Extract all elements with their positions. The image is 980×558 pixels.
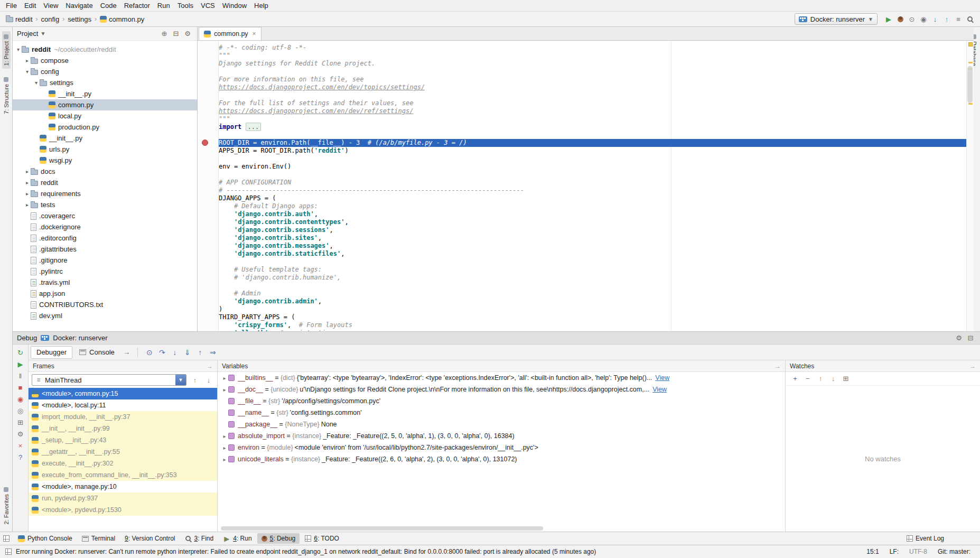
toolwindow-button-6-todo[interactable]: 6: TODO — [301, 533, 343, 544]
tree-item-common-py[interactable]: common.py — [13, 99, 197, 110]
frame-row[interactable]: <module>, manage.py:10 — [29, 481, 217, 492]
debug-button[interactable] — [894, 13, 906, 25]
tree-item-init-py[interactable]: __init__.py — [13, 133, 197, 144]
run-configuration-select[interactable]: Docker: runserver ▼ — [795, 13, 878, 25]
tree-item-init-py[interactable]: __init__.py — [13, 88, 197, 99]
profiler-button[interactable]: ◉ — [918, 15, 929, 23]
tree-item-travis-yml[interactable]: .travis.yml — [13, 277, 197, 288]
menu-item-edit[interactable]: Edit — [21, 1, 40, 11]
tree-item-settings[interactable]: ▾settings — [13, 77, 197, 88]
expand-arrow-icon[interactable]: ▸ — [221, 457, 228, 462]
commit-changes-button[interactable]: ↑ — [941, 13, 953, 25]
duplicate-watch-button[interactable]: ⊞ — [841, 375, 851, 383]
debug-tab-console[interactable]: Console — [73, 346, 120, 359]
tree-item-contributors-txt[interactable]: CONTRIBUTORS.txt — [13, 299, 197, 310]
debug-tab-debugger[interactable]: Debugger — [31, 346, 72, 359]
line-separator[interactable]: LF: — [890, 548, 899, 555]
frame-row[interactable]: execute, __init__.py:302 — [29, 458, 217, 469]
frame-row[interactable]: import_module, __init__.py:37 — [29, 411, 217, 423]
tree-item-production-py[interactable]: production.py — [13, 122, 197, 133]
step-out-button[interactable]: ↑ — [194, 348, 207, 357]
settings-button[interactable]: ⚙ — [182, 30, 193, 38]
help-button[interactable]: ? — [16, 453, 25, 461]
toolwindow-button-event-log[interactable]: Event Log — [902, 533, 948, 544]
tree-item-compose[interactable]: ▸compose — [13, 55, 197, 66]
caret-position[interactable]: 15:1 — [866, 548, 879, 555]
menu-item-view[interactable]: View — [40, 1, 62, 11]
previous-frame-button[interactable]: ↑ — [190, 376, 200, 384]
frame-row[interactable]: execute_from_command_line, __init__.py:3… — [29, 469, 217, 481]
variable-row[interactable]: ▸absolute_import = {instance}_Feature: _… — [218, 430, 785, 442]
tree-item-tests[interactable]: ▸tests — [13, 199, 197, 210]
frame-row[interactable]: <module>, common.py:15 — [29, 388, 217, 399]
tab-overflow-icon[interactable]: → — [122, 348, 132, 356]
frame-row[interactable]: _setup, __init__.py:43 — [29, 434, 217, 446]
warning-mark[interactable] — [968, 62, 973, 63]
editor-scrollbar[interactable] — [967, 66, 973, 103]
force-step-into-button[interactable]: ⇓ — [181, 348, 194, 357]
menu-item-refactor[interactable]: Refactor — [120, 1, 154, 11]
variable-row[interactable]: ▸unicode_literals = {instance}_Feature: … — [218, 453, 785, 465]
variables-scrollbar[interactable] — [221, 526, 543, 531]
run-with-coverage-button[interactable]: ⊙ — [906, 13, 918, 25]
tree-item-app-json[interactable]: app.json — [13, 288, 197, 299]
expand-arrow-icon[interactable]: ▾ — [24, 69, 31, 75]
inspection-indicator-icon[interactable] — [968, 42, 973, 46]
expand-arrow-icon[interactable]: ▸ — [24, 169, 31, 174]
run-with-coverage-button[interactable]: ⊙ — [907, 15, 917, 23]
stop-button[interactable]: ■ — [16, 384, 25, 392]
compare-with-button[interactable]: ≡ — [953, 15, 964, 23]
move-watch-down-button[interactable]: ↓ — [828, 375, 838, 383]
menu-item-navigate[interactable]: Navigate — [62, 1, 96, 11]
frame-row[interactable]: __init__, __init__.py:99 — [29, 423, 217, 434]
menu-item-vcs[interactable]: VCS — [197, 1, 219, 11]
expand-arrow-icon[interactable]: ▸ — [24, 58, 31, 63]
settings-button[interactable]: ⚙ — [954, 334, 964, 342]
expand-arrow-icon[interactable]: ▸ — [24, 180, 31, 185]
code-area[interactable]: # -*- coding: utf-8 -*-"""Django setting… — [219, 41, 966, 331]
tree-item-dev-yml[interactable]: dev.yml — [13, 310, 197, 321]
tree-item-requirements[interactable]: ▸requirements — [13, 188, 197, 199]
tree-item-editorconfig[interactable]: .editorconfig — [13, 232, 197, 244]
close-tab-icon[interactable]: × — [253, 30, 256, 38]
toolwindow-switcher-icon[interactable] — [5, 548, 12, 555]
close-button[interactable]: × — [16, 442, 25, 450]
frame-row[interactable]: <module>, local.py:11 — [29, 399, 217, 411]
breadcrumb-item-common-py[interactable]: common.py — [98, 15, 146, 24]
toolwindow-switcher-icon[interactable] — [3, 535, 10, 542]
toolwindow-button-3-find[interactable]: 3: Find — [181, 533, 218, 544]
file-encoding[interactable]: UTF-8 — [909, 548, 927, 555]
menu-item-tools[interactable]: Tools — [174, 1, 197, 11]
step-over-button[interactable]: ↷ — [156, 348, 169, 357]
toolwindow-button-9-version-control[interactable]: 9: Version Control — [120, 533, 179, 544]
expand-arrow-icon[interactable]: ▸ — [221, 445, 228, 451]
panel-menu-icon[interactable]: → — [969, 362, 976, 370]
breadcrumb-item-config[interactable]: config — [40, 15, 61, 24]
variable-row[interactable]: ▸__builtins__ = {dict}{'bytearray': <typ… — [218, 372, 785, 384]
warning-mark[interactable] — [968, 103, 973, 105]
run-button[interactable]: ▶ — [883, 13, 894, 25]
panel-menu-icon[interactable]: → — [774, 362, 781, 370]
tree-item-urls-py[interactable]: urls.py — [13, 144, 197, 155]
tree-item-config[interactable]: ▾config — [13, 66, 197, 77]
resume-button[interactable]: ▶ — [16, 360, 25, 368]
frame-row[interactable]: <module>, pydevd.py:1530 — [29, 504, 217, 516]
menu-item-window[interactable]: Window — [219, 1, 250, 11]
expand-arrow-icon[interactable]: ▸ — [221, 433, 228, 439]
move-watch-up-button[interactable]: ↑ — [815, 375, 826, 383]
toolwindow-button-python-console[interactable]: Python Console — [14, 533, 77, 544]
collapse-all-button[interactable]: ⊟ — [171, 30, 181, 38]
pause-button[interactable]: ‖ — [16, 372, 25, 380]
tree-item-reddit[interactable]: ▸reddit — [13, 177, 197, 188]
tree-item-docs[interactable]: ▸docs — [13, 166, 197, 177]
panel-menu-icon[interactable]: → — [207, 362, 213, 370]
view-breakpoints-button[interactable]: ◉ — [16, 395, 25, 403]
view-link[interactable]: View — [655, 374, 669, 382]
variable-row[interactable]: __file__ = {str}'/app/config/settings/co… — [218, 395, 785, 407]
toolwindow-button-terminal[interactable]: Terminal — [78, 533, 119, 544]
step-into-button[interactable]: ↓ — [169, 348, 181, 357]
expand-arrow-icon[interactable]: ▸ — [221, 387, 228, 393]
debug-settings-button[interactable]: ⚙ — [16, 430, 25, 438]
add-watch-button[interactable]: + — [790, 375, 800, 383]
frame-row[interactable]: __getattr__, __init__.py:55 — [29, 446, 217, 458]
